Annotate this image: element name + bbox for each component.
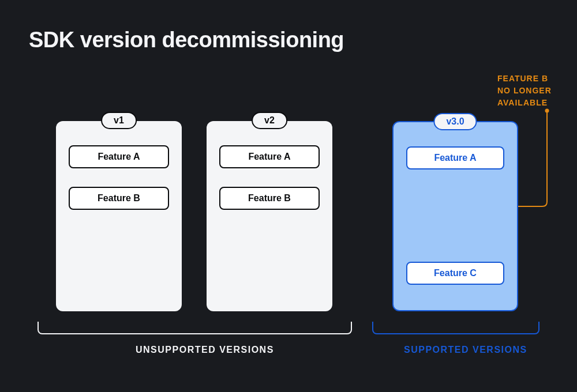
feature-b-v1: Feature B: [69, 187, 169, 210]
bracket-supported: [372, 322, 539, 334]
version-card-v2: v2 Feature A Feature B: [207, 121, 332, 311]
feature-a-v3: Feature A: [406, 146, 504, 169]
version-card-v3: v3.0 Feature A Feature C: [392, 121, 518, 311]
version-pill-v1: v1: [101, 112, 137, 129]
feature-a-v2: Feature A: [219, 145, 320, 168]
version-pill-v3: v3.0: [433, 113, 477, 130]
label-supported-versions: SUPPORTED VERSIONS: [404, 345, 527, 355]
label-unsupported-versions: UNSUPPORTED VERSIONS: [136, 345, 274, 355]
diagram-title: SDK version decommissioning: [29, 28, 344, 52]
callout-feature-b-removed: FEATURE B NO LONGER AVAILABLE: [497, 73, 552, 109]
bracket-unsupported: [38, 322, 352, 334]
svg-point-0: [545, 109, 549, 113]
version-pill-v2: v2: [252, 112, 287, 129]
feature-c-v3: Feature C: [406, 262, 504, 285]
feature-a-v1: Feature A: [69, 145, 169, 168]
feature-b-v2: Feature B: [219, 187, 320, 210]
version-card-v1: v1 Feature A Feature B: [56, 121, 182, 311]
